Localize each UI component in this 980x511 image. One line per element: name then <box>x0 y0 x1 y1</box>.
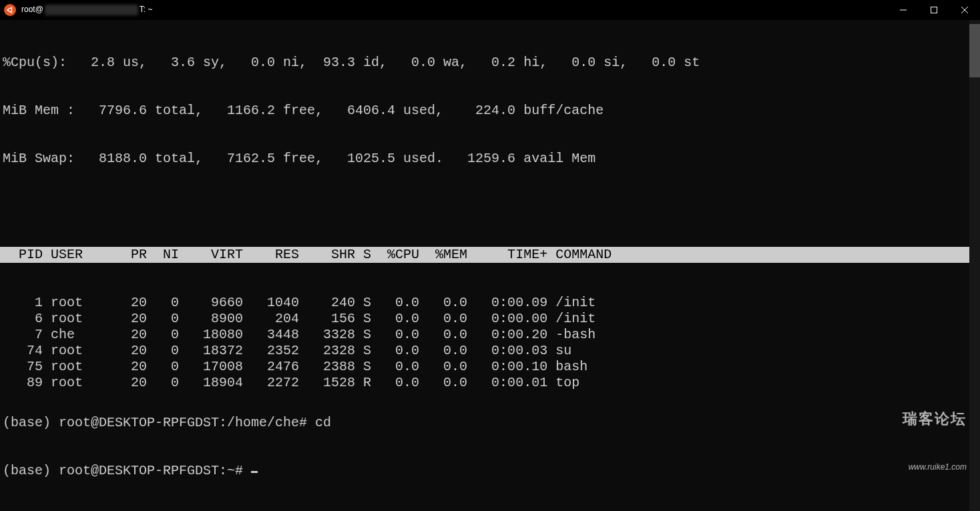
ubuntu-icon <box>4 4 16 16</box>
prompt-line-1: (base) root@DESKTOP-RPFGDST:/home/che# c… <box>0 415 969 431</box>
scrollbar-thumb[interactable] <box>969 24 980 77</box>
process-table-body: 1 root 20 0 9660 1040 240 S 0.0 0.0 0:00… <box>0 295 980 391</box>
table-row: 74 root 20 0 18372 2352 2328 S 0.0 0.0 0… <box>0 343 980 359</box>
table-row: 75 root 20 0 17008 2476 2388 S 0.0 0.0 0… <box>0 359 980 375</box>
svg-point-3 <box>8 8 11 11</box>
table-row: 1 root 20 0 9660 1040 240 S 0.0 0.0 0:00… <box>0 295 980 311</box>
swap-summary-line: MiB Swap: 8188.0 total, 7162.5 free, 102… <box>0 151 980 167</box>
cpu-summary-line: %Cpu(s): 2.8 us, 3.6 sy, 0.0 ni, 93.3 id… <box>0 55 980 71</box>
process-table-header: PID USER PR NI VIRT RES SHR S %CPU %MEM … <box>0 247 980 263</box>
blank-line <box>0 199 980 215</box>
table-row: 7 che 20 0 18080 3448 3328 S 0.0 0.0 0:0… <box>0 327 980 343</box>
close-button[interactable] <box>949 0 980 20</box>
scrollbar[interactable] <box>969 20 980 511</box>
minimize-button[interactable] <box>888 0 919 20</box>
terminal-area[interactable]: %Cpu(s): 2.8 us, 3.6 sy, 0.0 ni, 93.3 id… <box>0 20 980 511</box>
table-row: 6 root 20 0 8900 204 156 S 0.0 0.0 0:00.… <box>0 311 980 327</box>
prompt-line-2: (base) root@DESKTOP-RPFGDST:~# <box>0 463 969 479</box>
titlebar: root@T: ~ <box>0 0 980 20</box>
svg-rect-4 <box>931 7 937 13</box>
cursor <box>251 471 258 473</box>
mem-summary-line: MiB Mem : 7796.6 total, 1166.2 free, 640… <box>0 103 980 119</box>
prompt-area: (base) root@DESKTOP-RPFGDST:/home/che# c… <box>0 383 969 511</box>
maximize-button[interactable] <box>919 0 949 20</box>
window-title: root@T: ~ <box>21 5 153 15</box>
